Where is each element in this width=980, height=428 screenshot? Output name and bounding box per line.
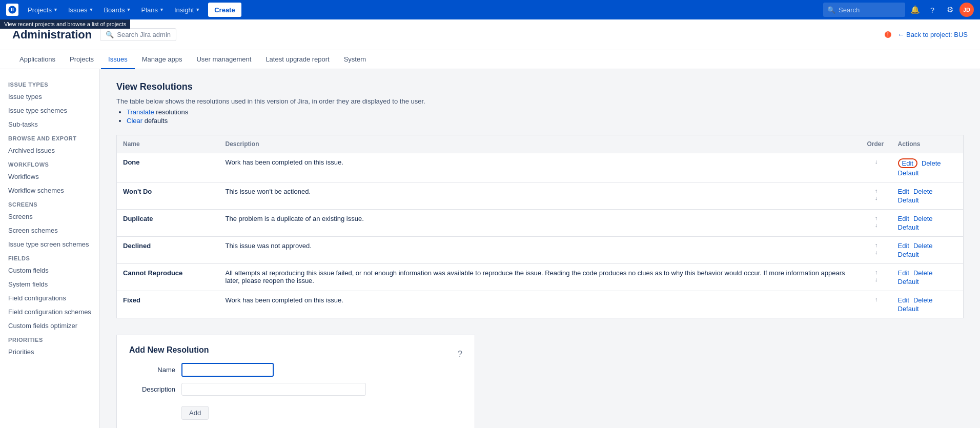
delete-link-declined[interactable]: Delete bbox=[913, 242, 933, 250]
back-to-project-link[interactable]: ← Back to project: BUS bbox=[897, 31, 968, 38]
tab-upgrade-report[interactable]: Latest upgrade report bbox=[258, 50, 336, 69]
nav-boards[interactable]: Boards ▼ bbox=[99, 0, 135, 19]
arrow-up-cannot-reproduce[interactable]: ↑ bbox=[875, 269, 878, 276]
arrow-up-fixed[interactable]: ↑ bbox=[875, 296, 878, 303]
tab-issues[interactable]: Issues bbox=[101, 50, 135, 69]
default-link-fixed[interactable]: Default bbox=[898, 305, 957, 313]
sidebar-item-system-fields[interactable]: System fields bbox=[0, 277, 99, 291]
desc-label: Description bbox=[129, 385, 175, 393]
page-title: View Resolutions bbox=[116, 81, 964, 92]
notification-badge: ! bbox=[885, 31, 891, 38]
resolution-actions-cannot-reproduce: Edit Delete Default bbox=[892, 264, 964, 291]
tab-manage-apps[interactable]: Manage apps bbox=[135, 50, 190, 69]
sidebar-item-issue-type-schemes[interactable]: Issue type schemes bbox=[0, 104, 99, 117]
arrow-down-duplicate[interactable]: ↓ bbox=[875, 222, 878, 229]
sidebar-item-workflow-schemes[interactable]: Workflow schemes bbox=[0, 184, 99, 197]
sidebar-item-field-configurations[interactable]: Field configurations bbox=[0, 291, 99, 305]
sidebar-item-custom-fields[interactable]: Custom fields bbox=[0, 263, 99, 277]
sidebar-item-issue-type-screen-schemes[interactable]: Issue type screen schemes bbox=[0, 237, 99, 251]
edit-link-wontdo[interactable]: Edit bbox=[898, 188, 909, 195]
translate-link[interactable]: Translate bbox=[127, 108, 154, 116]
nav-insight[interactable]: Insight ▼ bbox=[170, 0, 204, 19]
delete-link-done[interactable]: Delete bbox=[922, 159, 941, 167]
clear-link[interactable]: Clear bbox=[127, 117, 142, 125]
name-input[interactable] bbox=[181, 363, 274, 377]
delete-link-fixed[interactable]: Delete bbox=[913, 296, 933, 304]
add-button[interactable]: Add bbox=[181, 406, 209, 420]
arrow-up-wontdo[interactable]: ↑ bbox=[875, 188, 878, 194]
table-row: Done Work has been completed on this iss… bbox=[117, 153, 964, 182]
table-header-row: Name Description Order Actions bbox=[117, 135, 964, 153]
resolution-desc-declined: This issue was not approved. bbox=[219, 237, 861, 264]
tab-system[interactable]: System bbox=[337, 50, 373, 69]
default-link-declined[interactable]: Default bbox=[898, 251, 957, 258]
chevron-down-icon: ▼ bbox=[53, 7, 58, 12]
create-button[interactable]: Create bbox=[208, 3, 241, 17]
tab-projects[interactable]: Projects bbox=[63, 50, 101, 69]
edit-link-done[interactable]: Edit bbox=[898, 158, 917, 168]
delete-link-cannot-reproduce[interactable]: Delete bbox=[913, 269, 933, 277]
name-form-row: Name bbox=[129, 363, 462, 377]
edit-link-duplicate[interactable]: Edit bbox=[898, 215, 909, 222]
help-icon[interactable]: ? bbox=[925, 2, 940, 17]
resolution-actions-done: Edit Delete Default bbox=[892, 153, 964, 182]
edit-link-declined[interactable]: Edit bbox=[898, 242, 909, 250]
edit-link-fixed[interactable]: Edit bbox=[898, 296, 909, 304]
jira-logo[interactable] bbox=[6, 4, 18, 16]
resolution-name-duplicate: Duplicate bbox=[117, 210, 219, 237]
description-input[interactable] bbox=[181, 383, 366, 396]
sidebar-item-archived-issues[interactable]: Archived issues bbox=[0, 144, 99, 157]
arrow-down-done[interactable]: ↓ bbox=[875, 158, 878, 165]
resolution-actions-fixed: Edit Delete Default bbox=[892, 291, 964, 318]
arrow-up-declined[interactable]: ↑ bbox=[875, 242, 878, 249]
table-row: Duplicate The problem is a duplicate of … bbox=[117, 210, 964, 237]
arrow-down-wontdo[interactable]: ↓ bbox=[875, 195, 878, 201]
add-resolution-section: Add New Resolution ? Name Description Ad… bbox=[116, 335, 475, 428]
arrow-down-declined[interactable]: ↓ bbox=[875, 249, 878, 256]
resolutions-table: Name Description Order Actions Done Work… bbox=[116, 135, 964, 318]
settings-icon[interactable]: ⚙ bbox=[942, 2, 957, 17]
chevron-down-icon: ▼ bbox=[159, 7, 164, 12]
default-link-done[interactable]: Default bbox=[898, 169, 957, 177]
sidebar-item-priorities[interactable]: Priorities bbox=[0, 345, 99, 359]
notifications-icon[interactable]: 🔔 bbox=[907, 2, 923, 17]
sidebar-item-screen-schemes[interactable]: Screen schemes bbox=[0, 223, 99, 237]
main-layout: ISSUE TYPES Issue types Issue type schem… bbox=[0, 69, 980, 428]
tab-applications[interactable]: Applications bbox=[12, 50, 63, 69]
sidebar-section-browse-export: BROWSE AND EXPORT bbox=[0, 131, 99, 144]
translate-link-item: Translate resolutions bbox=[127, 108, 964, 116]
delete-link-wontdo[interactable]: Delete bbox=[913, 188, 933, 195]
arrow-up-duplicate[interactable]: ↑ bbox=[875, 215, 878, 221]
tab-user-management[interactable]: User management bbox=[189, 50, 258, 69]
col-header-name: Name bbox=[117, 135, 219, 153]
admin-search-input[interactable]: 🔍 Search Jira admin bbox=[100, 28, 176, 41]
resolution-name-wontdo: Won't Do bbox=[117, 182, 219, 210]
sidebar-item-sub-tasks[interactable]: Sub-tasks bbox=[0, 117, 99, 131]
help-icon[interactable]: ? bbox=[458, 350, 462, 359]
chevron-down-icon: ▼ bbox=[127, 7, 131, 12]
sidebar-item-screens[interactable]: Screens bbox=[0, 210, 99, 223]
resolution-order-cannot-reproduce: ↑ ↓ bbox=[861, 264, 892, 291]
sidebar-section-priorities: PRIORITIES bbox=[0, 333, 99, 345]
sidebar-item-custom-fields-optimizer[interactable]: Custom fields optimizer bbox=[0, 319, 99, 333]
nav-plans[interactable]: Plans ▼ bbox=[137, 0, 168, 19]
arrow-down-cannot-reproduce[interactable]: ↓ bbox=[875, 276, 878, 283]
resolution-desc-cannot-reproduce: All attempts at reproducing this issue f… bbox=[219, 264, 861, 291]
delete-link-duplicate[interactable]: Delete bbox=[913, 215, 933, 222]
default-link-cannot-reproduce[interactable]: Default bbox=[898, 278, 957, 286]
sidebar-item-workflows[interactable]: Workflows bbox=[0, 170, 99, 184]
nav-projects[interactable]: Projects ▼ bbox=[24, 0, 62, 19]
nav-tooltip: View recent projects and browse a list o… bbox=[0, 19, 130, 29]
table-row: Declined This issue was not approved. ↑ … bbox=[117, 237, 964, 264]
nav-issues[interactable]: Issues ▼ bbox=[64, 0, 98, 19]
sidebar-item-field-configuration-schemes[interactable]: Field configuration schemes bbox=[0, 305, 99, 319]
default-link-wontdo[interactable]: Default bbox=[898, 196, 957, 204]
default-link-duplicate[interactable]: Default bbox=[898, 223, 957, 231]
sidebar-section-issue-types: ISSUE TYPES bbox=[0, 77, 99, 90]
sidebar-item-issue-types[interactable]: Issue types bbox=[0, 90, 99, 104]
table-row: Fixed Work has been completed on this is… bbox=[117, 291, 964, 318]
search-bar[interactable]: 🔍 Search bbox=[823, 3, 905, 17]
edit-link-cannot-reproduce[interactable]: Edit bbox=[898, 269, 909, 277]
resolution-name-done: Done bbox=[117, 153, 219, 182]
avatar[interactable]: JD bbox=[959, 3, 974, 17]
